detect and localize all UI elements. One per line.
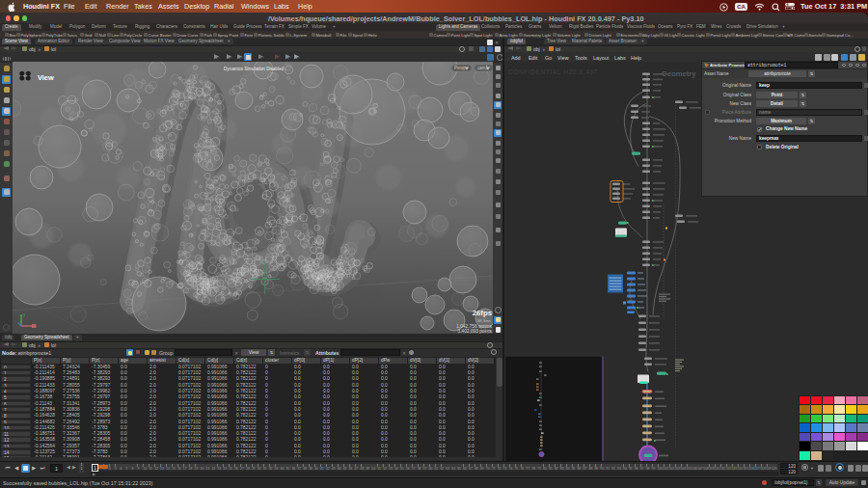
svg-text:38.3ms: 38.3ms [477, 317, 492, 322]
svg-text:cam1: cam1 [477, 66, 489, 70]
svg-text:3,402,093 points: 3,402,093 points [458, 329, 493, 334]
svg-text:1,042,756 sprims: 1,042,756 sprims [456, 323, 492, 328]
svg-text:Persp: Persp [454, 66, 466, 70]
svg-text:CONFIDENTIAL H20.0.497: CONFIDENTIAL H20.0.497 [508, 68, 598, 74]
svg-text:26fps: 26fps [473, 309, 493, 317]
svg-text:Dynamics Simulation Disabled: Dynamics Simulation Disabled [224, 66, 284, 70]
svg-text:Geometry: Geometry [662, 68, 696, 77]
svg-text:View: View [38, 72, 54, 81]
